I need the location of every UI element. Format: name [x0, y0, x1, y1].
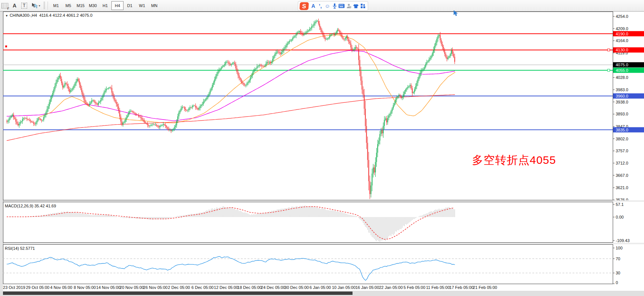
grid-template-icon[interactable]: F: [0, 1, 9, 10]
main-chart-panel[interactable]: ▼CHINA300-,H4 4116.4 4122.4 4061.2 4075.…: [3, 12, 644, 200]
svg-text:-109.43: -109.43: [616, 238, 629, 243]
ime-account-icon[interactable]: [345, 2, 352, 10]
price-tick: 3712.0: [616, 161, 628, 165]
ime-keyboard-icon[interactable]: [338, 2, 345, 10]
ime-emoji-icon[interactable]: ☺: [324, 2, 331, 10]
price-tick: 3802.0: [616, 137, 628, 141]
ime-punctuation-icon[interactable]: ’,: [317, 2, 324, 10]
time-tick: 30 Dec 05:00: [284, 285, 309, 290]
time-axis[interactable]: 23 Oct 201929 Oct 05:004 Nov 05:008 Nov …: [3, 284, 644, 291]
tab-timeframe-h4[interactable]: H4: [111, 1, 124, 10]
chart-title: ▼CHINA300-,H4 4116.4 4122.4 4061.2 4075.…: [5, 13, 92, 17]
toolbar-separator: [48, 1, 48, 10]
tab-timeframe-m30[interactable]: M30: [87, 1, 99, 10]
ime-skin-icon[interactable]: [352, 2, 359, 10]
time-tick: 24 Dec 05:00: [261, 285, 285, 290]
price-tick: 3893.0: [616, 112, 628, 116]
cursor-arrows-glyph: [31, 3, 38, 9]
horizontal-scrollbar[interactable]: [0, 291, 644, 296]
line-handle[interactable]: [608, 49, 610, 51]
line-marker: [5, 45, 7, 47]
time-tick: 6 Dec 05:00: [191, 285, 213, 290]
price-tick: 3938.0: [616, 100, 628, 104]
price-tag-label: 3960.0: [616, 94, 628, 98]
tab-timeframe-h1[interactable]: H1: [99, 1, 111, 10]
price-tick: 4164.0: [616, 38, 628, 43]
price-tag-label: 4190.0: [616, 32, 628, 36]
time-tick: 6 Jan 05:00: [310, 285, 331, 290]
price-tag-label: 4055.0: [616, 68, 628, 73]
price-tick: 3757.0: [616, 149, 628, 153]
time-tick: 22 Jan 05:00: [379, 285, 403, 290]
price-tick: 3576.0: [616, 198, 628, 200]
tab-timeframe-mn[interactable]: MN: [148, 1, 160, 10]
svg-text:0.00: 0.00: [616, 215, 624, 219]
price-tick: 3983.0: [616, 87, 628, 92]
chart-ohlc: 4116.4 4122.4 4061.2 4075.0: [39, 13, 92, 17]
svg-text:30: 30: [616, 271, 620, 275]
time-tick: 12 Dec 05:00: [214, 285, 238, 290]
svg-text:57.1: 57.1: [616, 202, 624, 207]
time-tick: 17 Feb 05:00: [449, 285, 474, 290]
rsi-chart: 10070300: [3, 244, 644, 284]
time-tick: 23 Oct 2019: [3, 285, 25, 290]
toolbar-grip[interactable]: [44, 2, 45, 9]
svg-text:70: 70: [616, 257, 620, 261]
chevron-down-icon[interactable]: ▼: [5, 14, 8, 17]
svg-text:0: 0: [616, 280, 618, 284]
time-tick: 2 Dec 05:00: [168, 285, 190, 290]
tab-timeframe-m1[interactable]: M1: [50, 1, 62, 10]
ime-toolbar: S A ’, ☺: [298, 1, 368, 11]
time-tick: 29 Oct 05:00: [26, 285, 50, 290]
timeframe-group: M1M5M15M30H1H4D1W1MN: [50, 1, 160, 10]
time-tick: 8 Nov 05:00: [74, 285, 96, 290]
time-tick: 21 Feb 05:00: [473, 285, 497, 290]
svg-text:100: 100: [616, 246, 622, 250]
tab-timeframe-w1[interactable]: W1: [136, 1, 148, 10]
tab-timeframe-d1[interactable]: D1: [124, 1, 136, 10]
time-tick: 20 Nov 05:00: [120, 285, 144, 290]
chart-annotation[interactable]: 多空转折点4055: [472, 153, 556, 168]
ma-orange: [38, 35, 455, 123]
time-tick: 14 Nov 05:00: [96, 285, 120, 290]
time-tick: 10 Jan 05:00: [332, 285, 356, 290]
dropdown-caret-icon[interactable]: ▾: [39, 4, 40, 7]
tab-timeframe-m15[interactable]: M15: [74, 1, 87, 10]
price-tick: 4028.0: [616, 75, 628, 80]
line-handle[interactable]: [608, 69, 610, 71]
price-tag-label: 3835.0: [616, 128, 628, 132]
ime-mic-icon[interactable]: [331, 2, 338, 10]
time-tick: 11 Feb 05:00: [426, 285, 450, 290]
top-toolbar: F A T ▾ M1M5M15M30H1H4D1W1MN S A ’, ☺: [0, 0, 644, 12]
price-tick: 4209.0: [616, 26, 628, 31]
price-tick: 3667.0: [616, 173, 628, 178]
rsi-line: [7, 257, 455, 280]
time-tick: 26 Nov 05:00: [143, 285, 168, 290]
tab-timeframe-m5[interactable]: M5: [62, 1, 74, 10]
macd-panel[interactable]: MACD(12,26,9) 35.42 41.69 57.10.00-109.4…: [3, 202, 644, 243]
time-tick: 16 Jan 05:00: [356, 285, 379, 290]
price-tick: 3621.0: [616, 185, 628, 190]
time-tick: 18 Dec 05:00: [237, 285, 262, 290]
text-label-icon[interactable]: T: [20, 1, 29, 10]
macd-chart: 57.10.00-109.43: [3, 202, 644, 243]
time-tick: 4 Nov 05:00: [50, 285, 72, 290]
candlestick-chart[interactable]: 4254.04209.04164.04119.04028.03983.03938…: [3, 12, 644, 200]
rsi-panel[interactable]: RSI(14) 52.5771 10070300: [3, 244, 644, 284]
ime-toolbox-icon[interactable]: [359, 2, 366, 10]
font-a-icon[interactable]: A: [10, 1, 19, 10]
rsi-label: RSI(14) 52.5771: [5, 246, 35, 251]
sogou-logo-icon[interactable]: S: [299, 2, 309, 10]
pointer-tools-icon[interactable]: ▾: [29, 1, 42, 10]
chart-symbol: CHINA300-,H4: [10, 13, 37, 17]
price-tick: 4254.0: [616, 14, 628, 19]
mouse-cursor-icon: [453, 10, 458, 16]
price-tag-label: 4075.0: [616, 63, 628, 67]
time-tick: 5 Feb 05:00: [404, 285, 425, 290]
price-tag-label: 4130.0: [616, 48, 628, 52]
macd-label: MACD(12,26,9) 35.42 41.69: [5, 204, 56, 208]
ime-language-icon[interactable]: A: [310, 2, 317, 10]
scrollbar-thumb[interactable]: [3, 292, 353, 295]
